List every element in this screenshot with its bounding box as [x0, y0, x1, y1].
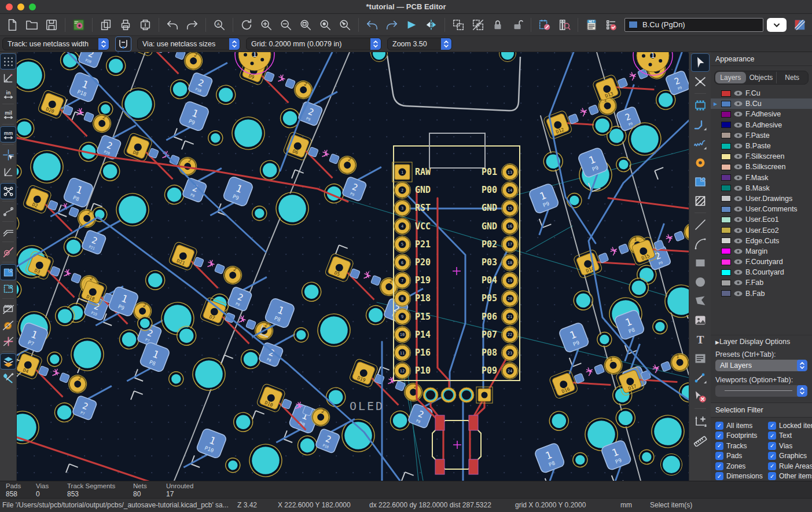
checkbox-checked-icon[interactable]: ✓ [768, 442, 776, 450]
layer-row-user.eco1[interactable]: User.Eco1 [711, 214, 812, 225]
grid-visibility-icon[interactable] [1, 54, 16, 69]
filter-vias[interactable]: ✓Vias [768, 441, 812, 451]
unlock-icon[interactable] [509, 16, 526, 34]
filter-zones[interactable]: ✓Zones [715, 462, 768, 471]
polar-coords-icon[interactable] [1, 70, 16, 85]
visibility-eye-icon[interactable] [734, 133, 743, 138]
tab-layers[interactable]: Layers [715, 72, 746, 83]
place-textbox-icon[interactable] [692, 350, 709, 367]
layer-color-swatch[interactable] [721, 280, 731, 286]
cross-vias-icon[interactable] [1, 334, 16, 349]
visibility-eye-icon[interactable] [734, 291, 743, 297]
layer-row-user.drawings[interactable]: User.Drawings [711, 193, 812, 204]
rotate-cw-icon[interactable] [383, 16, 401, 34]
redo-icon[interactable] [183, 16, 201, 34]
units-inch-icon[interactable]: in [1, 86, 16, 101]
draw-arc-icon[interactable] [692, 235, 709, 253]
place-via-icon[interactable] [692, 154, 709, 171]
visibility-eye-icon[interactable] [734, 280, 743, 286]
layer-row-b.silkscreen[interactable]: B.Silkscreen [711, 162, 812, 172]
layer-row-f.cu[interactable]: F.Cu [711, 88, 812, 98]
viewports-dropdown[interactable] [715, 385, 807, 397]
properties-panel-icon[interactable] [1, 370, 16, 385]
layer-swap-icon[interactable] [791, 16, 809, 34]
units-mil-icon[interactable]: mil [1, 107, 16, 122]
print-icon[interactable] [117, 16, 134, 34]
visibility-eye-icon[interactable] [734, 196, 743, 202]
layer-row-b.fab[interactable]: B.Fab [711, 288, 812, 299]
layer-row-edge.cuts[interactable]: Edge.Cuts [711, 236, 812, 246]
units-mm-icon[interactable]: mm [1, 127, 16, 142]
filter-pads[interactable]: ✓Pads [715, 451, 768, 460]
zoom-objects-icon[interactable] [317, 16, 334, 34]
layer-color-swatch[interactable] [721, 185, 731, 191]
layer-color-swatch[interactable] [721, 101, 731, 107]
visibility-eye-icon[interactable] [734, 259, 743, 265]
zoom-out-icon[interactable] [277, 16, 295, 34]
draw-zone-icon[interactable] [692, 173, 709, 191]
net-inspector-icon[interactable]: NET [583, 16, 600, 34]
checkbox-checked-icon[interactable]: ✓ [768, 462, 776, 470]
checkbox-checked-icon[interactable]: ✓ [715, 422, 723, 430]
visibility-eye-icon[interactable] [734, 153, 743, 159]
draw-circle-icon[interactable] [692, 273, 709, 291]
layer-row-b.cu[interactable]: ▶B.Cu [711, 98, 812, 109]
visibility-eye-icon[interactable] [734, 206, 743, 212]
checkbox-checked-icon[interactable]: ✓ [715, 472, 723, 480]
delete-tool-icon[interactable] [692, 388, 709, 405]
save-board-icon[interactable] [43, 16, 60, 34]
filter-dimensions[interactable]: ✓Dimensions [715, 471, 768, 481]
track-width-dropdown[interactable]: Track: use netclass width [2, 38, 109, 50]
visibility-eye-icon[interactable] [734, 175, 743, 181]
visibility-eye-icon[interactable] [734, 101, 743, 107]
flip-view-icon[interactable] [422, 16, 440, 34]
visibility-eye-icon[interactable] [734, 164, 743, 170]
draw-rectangle-icon[interactable] [692, 254, 709, 272]
layer-row-user.eco2[interactable]: User.Eco2 [711, 225, 812, 235]
layer-color-swatch[interactable] [721, 174, 731, 181]
tune-length-icon[interactable] [692, 135, 709, 152]
pcb-canvas[interactable]: 1P202P20D121P182P18D1121P202P20D2021P212… [17, 52, 689, 481]
zoom-page-icon[interactable] [297, 16, 314, 34]
refresh-icon[interactable] [238, 16, 255, 34]
route-tracks-icon[interactable] [692, 116, 709, 133]
zoom-selection-icon[interactable] [336, 16, 354, 34]
zone-outline-icon[interactable] [1, 281, 16, 296]
place-footprint-icon[interactable] [692, 97, 709, 114]
filter-all-items[interactable]: ✓All items [715, 421, 768, 430]
layer-row-f.paste[interactable]: F.Paste [711, 130, 812, 141]
curved-ratsnest-icon[interactable] [1, 204, 16, 219]
visibility-eye-icon[interactable] [734, 122, 743, 128]
layer-display-options[interactable]: ▶Layer Display Options [711, 335, 812, 348]
layer-color-swatch[interactable] [721, 290, 731, 297]
select-tool-icon[interactable] [692, 54, 709, 71]
board-setup-icon[interactable] [70, 16, 87, 34]
undo-icon[interactable] [164, 16, 181, 34]
checkbox-checked-icon[interactable]: ✓ [715, 462, 723, 470]
visibility-eye-icon[interactable] [734, 185, 743, 191]
ratsnest-visibility-icon[interactable] [1, 184, 16, 199]
layer-color-swatch[interactable] [721, 227, 731, 233]
layer-color-swatch[interactable] [721, 259, 731, 265]
free-angle-icon[interactable] [1, 163, 16, 178]
filter-footprints[interactable]: ✓Footprints [715, 431, 768, 440]
measure-tool-icon[interactable] [692, 431, 709, 448]
visibility-eye-icon[interactable] [734, 90, 743, 96]
sketch-footprints-icon[interactable] [1, 301, 16, 316]
presets-dropdown[interactable]: All Layers [715, 360, 807, 371]
tab-objects[interactable]: Objects [746, 72, 777, 83]
draw-line-icon[interactable] [692, 216, 709, 233]
layer-color-swatch[interactable] [721, 164, 731, 170]
zoom-in-icon[interactable] [258, 16, 275, 34]
open-board-icon[interactable] [23, 16, 41, 34]
visibility-eye-icon[interactable] [734, 248, 743, 254]
visibility-eye-icon[interactable] [734, 238, 743, 244]
filter-text[interactable]: ✓Text [768, 431, 812, 440]
layer-row-user.comments[interactable]: User.Comments [711, 204, 812, 214]
tab-nets[interactable]: Nets [777, 72, 807, 83]
layer-row-b.paste[interactable]: B.Paste [711, 141, 812, 151]
layer-color-swatch[interactable] [721, 248, 731, 254]
sketch-pads-icon[interactable] [1, 317, 16, 332]
layer-row-b.mask[interactable]: B.Mask [711, 183, 812, 193]
layer-color-swatch[interactable] [721, 111, 731, 118]
